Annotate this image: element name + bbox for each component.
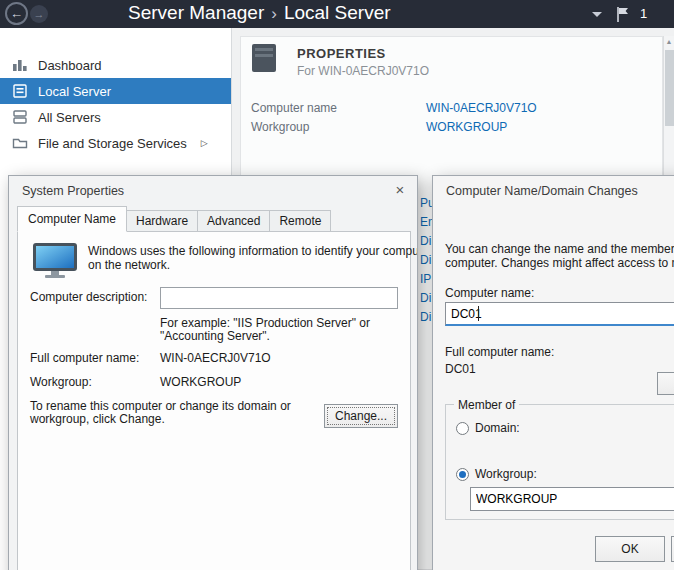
workgroup-input[interactable] — [470, 487, 674, 511]
text-caret — [478, 306, 479, 321]
more-button-clipped[interactable] — [657, 372, 674, 395]
workgroup-label: Workgroup: — [30, 375, 92, 389]
computer-description-input[interactable] — [160, 287, 398, 309]
dashboard-icon — [12, 57, 28, 73]
notification-flag-icon[interactable] — [616, 6, 630, 27]
expand-chevron-icon[interactable]: ▷ — [201, 138, 208, 148]
back-button[interactable]: ← — [5, 2, 28, 25]
monitor-icon — [32, 242, 78, 284]
member-of-groupbox: Member of Domain: Workgroup: — [445, 404, 674, 520]
tab-remote[interactable]: Remote — [269, 210, 331, 232]
notification-count[interactable]: 1 — [640, 6, 647, 21]
sidebar-item-label: File and Storage Services — [38, 136, 187, 151]
rename-hint-text: To rename this computer or change its do… — [30, 399, 291, 413]
server-manager-window: ← → Server Manager›Local Server 1 — [0, 0, 674, 570]
breadcrumb: Server Manager›Local Server — [128, 2, 391, 24]
title-bar: ← → Server Manager›Local Server 1 — [0, 0, 674, 28]
computer-name-domain-changes-dialog: Computer Name/Domain Changes You can cha… — [432, 175, 674, 570]
tab-computer-name[interactable]: Computer Name — [17, 206, 127, 232]
servers-stack-icon — [12, 109, 28, 125]
properties-subtitle: For WIN-0AECRJ0V71O — [297, 64, 429, 78]
sidebar-item-label: Local Server — [38, 84, 111, 99]
forward-arrow-icon: → — [34, 8, 45, 20]
computer-name-input[interactable] — [445, 302, 674, 326]
workgroup-radio-label: Workgroup: — [475, 467, 537, 481]
property-value-link[interactable]: WORKGROUP — [426, 120, 507, 134]
full-computer-name-label: Full computer name: — [445, 345, 554, 359]
intro-text: Windows uses the following information t… — [88, 244, 418, 258]
computer-name-label: Computer name: — [445, 286, 534, 300]
full-computer-name-value: WIN-0AECRJ0V71O — [160, 351, 271, 365]
full-computer-name-label: Full computer name: — [30, 351, 139, 365]
close-icon[interactable]: × — [389, 180, 411, 200]
page-title: Local Server — [284, 2, 391, 23]
property-label: Workgroup — [251, 120, 309, 134]
tab-hardware[interactable]: Hardware — [126, 210, 198, 232]
server-icon — [12, 83, 28, 99]
chevron-down-icon[interactable] — [592, 12, 602, 17]
intro-text: on the network. — [88, 258, 170, 272]
sidebar-item-file-storage-services[interactable]: File and Storage Services ▷ — [0, 130, 231, 156]
forward-button[interactable]: → — [30, 5, 48, 23]
rename-hint-text: workgroup, click Change. — [30, 412, 165, 426]
sidebar-nav: Dashboard Local Server All Servers — [0, 28, 231, 156]
radio-checked-icon — [456, 468, 469, 481]
example-text: "Accounting Server". — [160, 329, 270, 343]
dialog-title: Computer Name/Domain Changes — [446, 184, 638, 198]
properties-title: PROPERTIES — [297, 46, 386, 61]
workgroup-radio[interactable]: Workgroup: — [456, 467, 537, 481]
scroll-up-icon[interactable]: ▲ — [664, 36, 674, 48]
dialog-title: System Properties — [22, 184, 124, 198]
radio-unchecked-icon — [456, 422, 469, 435]
sidebar-item-local-server[interactable]: Local Server — [0, 78, 231, 104]
scrollbar-thumb[interactable] — [665, 50, 674, 126]
ok-button[interactable]: OK — [595, 536, 665, 562]
domain-radio[interactable]: Domain: — [456, 421, 520, 435]
member-of-label: Member of — [454, 398, 519, 412]
example-text: For example: "IIS Production Server" or — [160, 316, 370, 330]
storage-icon — [12, 135, 28, 151]
tab-advanced[interactable]: Advanced — [197, 210, 270, 232]
intro-text: computer. Changes might affect access to… — [445, 256, 674, 270]
app-title: Server Manager — [128, 2, 264, 23]
full-computer-name-value: DC01 — [445, 362, 476, 376]
computer-description-label: Computer description: — [30, 290, 147, 304]
system-properties-dialog: System Properties × Computer Name Hardwa… — [8, 175, 418, 570]
sidebar-item-label: All Servers — [38, 110, 101, 125]
change-button[interactable]: Change... — [324, 404, 398, 428]
tab-strip: Computer Name Hardware Advanced Remote — [17, 206, 330, 232]
sidebar-item-all-servers[interactable]: All Servers — [0, 104, 231, 130]
server-tile-icon — [251, 43, 277, 77]
domain-radio-label: Domain: — [475, 421, 520, 435]
intro-text: You can change the name and the membersh… — [445, 242, 674, 256]
breadcrumb-separator-icon: › — [264, 4, 284, 23]
sidebar-item-label: Dashboard — [38, 58, 102, 73]
property-value-link[interactable]: WIN-0AECRJ0V71O — [426, 101, 537, 115]
back-arrow-icon: ← — [10, 6, 23, 21]
property-label: Computer name — [251, 101, 337, 115]
sidebar-item-dashboard[interactable]: Dashboard — [0, 52, 231, 78]
computer-name-field-wrap — [445, 302, 674, 326]
computer-name-tab-panel: Windows uses the following information t… — [17, 231, 411, 570]
workgroup-value: WORKGROUP — [160, 375, 241, 389]
